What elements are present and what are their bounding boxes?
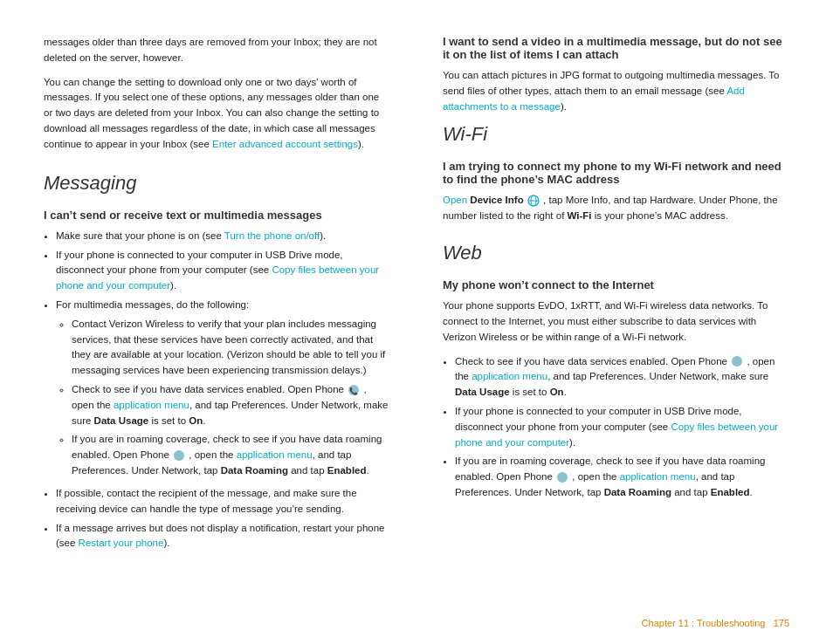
bullet-usb-disconnect: If your phone is connected to your compu… — [56, 248, 390, 294]
bullet-multimedia: For multimedia messages, do the followin… — [56, 298, 390, 479]
wifi-sub-heading: I am trying to connect my phone to my Wi… — [443, 160, 789, 186]
web-bullets: Check to see if you have data services e… — [455, 354, 789, 501]
nested-data-usage: Check to see if you have data services e… — [72, 382, 390, 428]
app-menu-link-2[interactable]: application menu — [237, 449, 313, 460]
left-column: messages older than three days are remov… — [44, 35, 416, 592]
svg-point-2 — [174, 450, 184, 461]
multimedia-heading: I want to send a video in a multimedia m… — [443, 35, 789, 61]
svg-point-7 — [557, 472, 568, 483]
web-para: Your phone supports EvDO, 1xRTT, and Wi-… — [443, 298, 789, 345]
web-sub-heading: My phone won’t connect to the Internet — [443, 278, 789, 291]
restart-phone-link[interactable]: Restart your phone — [79, 538, 164, 548]
web-heading: Web — [443, 242, 789, 264]
nested-roaming: If you are in roaming coverage, check to… — [72, 432, 390, 478]
phone-icon-2 — [173, 449, 185, 462]
turn-phone-on-link[interactable]: Turn the phone on/off — [224, 230, 320, 241]
bullet-phone-on: Make sure that your phone is on (see Tur… — [56, 229, 390, 244]
intro-para1: messages older than three days are remov… — [44, 35, 390, 66]
app-menu-link-web2[interactable]: application menu — [620, 471, 696, 482]
bullet-restart: If a message arrives but does not displa… — [56, 521, 390, 552]
app-menu-link-web1[interactable]: application menu — [472, 371, 547, 381]
svg-point-6 — [732, 356, 742, 367]
web-bullet-data-usage: Check to see if you have data services e… — [455, 354, 789, 401]
bullet-contact-recipient: If possible, contact the recipient of th… — [56, 486, 390, 517]
advanced-account-link[interactable]: Enter advanced account settings — [212, 139, 358, 149]
footer: Chapter 11 : Troubleshooting 175 — [642, 618, 789, 628]
wifi-heading: Wi-Fi — [443, 123, 789, 146]
main-bullets: Make sure that your phone is on (see Tur… — [56, 229, 390, 552]
multimedia-para: You can attach pictures in JPG format to… — [443, 68, 789, 114]
nested-bullets: Contact Verizon Wireless to verify that … — [72, 317, 390, 479]
page-number: 175 — [774, 618, 789, 628]
messaging-heading: Messaging — [44, 172, 390, 195]
cant-send-heading: I can’t send or receive text or multimed… — [44, 209, 390, 222]
web-bullet-roaming: If you are in roaming coverage, check to… — [455, 454, 789, 500]
chapter-label: Chapter 11 : Troubleshooting — [642, 618, 766, 628]
web-bullet-usb: If your phone is connected to your compu… — [455, 404, 789, 450]
phone-icon-1: 📞 — [348, 384, 360, 396]
right-column: I want to send a video in a multimedia m… — [416, 35, 789, 592]
globe-icon — [527, 195, 540, 207]
svg-text:📞: 📞 — [349, 386, 358, 394]
intro-para2: You can change the setting to download o… — [44, 75, 390, 153]
phone-icon-web2 — [556, 471, 568, 483]
nested-verizon: Contact Verizon Wireless to verify that … — [72, 317, 390, 379]
open-device-info-link[interactable]: Open — [443, 195, 470, 205]
phone-icon-web1 — [731, 355, 743, 367]
app-menu-link-1[interactable]: application menu — [114, 400, 189, 410]
wifi-para: Open Device Info , tap More Info, and ta… — [443, 193, 789, 224]
